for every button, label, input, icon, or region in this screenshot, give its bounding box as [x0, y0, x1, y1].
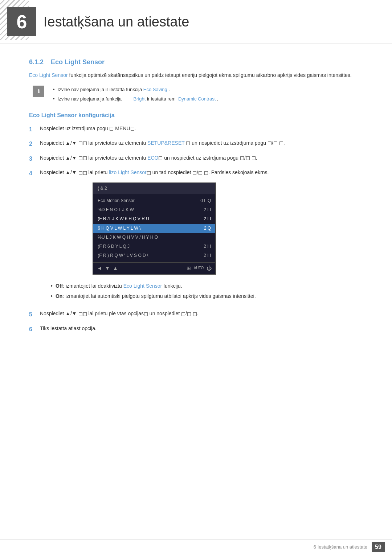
step-1: 1 Nospiediet uz izstrdjuma pogu MENU.: [29, 124, 363, 134]
off-bullet: Off: izmantojiet lai deaktiviztu Eco Lig…: [51, 282, 269, 290]
note-content: Izvlne nav pieejama ja ir iestatta funkc…: [49, 86, 218, 104]
on-bullet: On: izmantojiet lai automtiski pielgotu …: [51, 292, 269, 300]
page-footer: 6 Iestatķšana un atiestate 59: [0, 539, 392, 554]
step-6: 6 Tiks iestatta atlast opcija.: [29, 324, 363, 334]
footer-page-number: 59: [372, 542, 385, 552]
chapter-number: 6: [7, 7, 36, 36]
step-2: 2 Nospiediet ▲/▼ lai prvietotos uz eleme…: [29, 139, 363, 149]
monitor-title: { & 2: [93, 183, 215, 194]
intro-paragraph: Eco Light Sensor funkcija optimizē skatā…: [29, 71, 363, 79]
highlight-eco-light-sensor: Eco Light Sensor: [29, 72, 68, 78]
step-5: 5 Nospiediet ▲/▼ lai prietu pie vtas opc…: [29, 309, 363, 319]
chapter-title: Iestatķšana un atiestate: [44, 14, 189, 30]
monitor-row-7: (F R ) R Q W ' L V S O D \2 I I: [93, 251, 215, 260]
monitor-right-icons: ⊞ AUTO ⏻: [187, 264, 212, 272]
monitor-row-1: Eco Motion Sensor0 L Q: [93, 196, 215, 205]
note-icon: ℹ: [33, 86, 44, 97]
monitor-enter-icon: ⊞: [187, 264, 191, 272]
monitor-auto-label: AUTO: [194, 265, 204, 271]
monitor-screenshot: { & 2 Eco Motion Sensor0 L Q %D F N O L …: [40, 182, 269, 275]
step-3: 3 Nospiediet ▲/▼ lai prvietotos uz eleme…: [29, 154, 363, 164]
chapter-header: 6 Iestatķšana un atiestate: [0, 0, 392, 44]
section-heading: 6.1.2 Eco Light Sensor: [29, 58, 363, 66]
monitor-down-icon: ▼: [105, 264, 110, 272]
monitor-row-4: 6 H Q V L W L Y L W \2 Q: [93, 224, 215, 233]
monitor-left-icon: ◄: [97, 264, 102, 272]
sub-section-heading: Eco Light Sensor konfigurācija: [29, 112, 363, 119]
monitor-row-5: %U L J K W Q H V V / H Y H O: [93, 233, 215, 242]
step-4: 4 Nospiediet ▲/▼ lai prietu lizo Light S…: [29, 168, 363, 304]
off-on-bullets: Off: izmantojiet lai deaktiviztu Eco Lig…: [51, 282, 269, 300]
monitor-up-icon: ▲: [113, 264, 118, 272]
monitor-row-3: (F R /L J K W 6 H Q V R U2 I I: [93, 214, 215, 223]
monitor-row-6: (F R 6 D Y L Q J2 I I: [93, 242, 215, 251]
monitor-row-2: %D F N O L J K W2 I I: [93, 205, 215, 214]
monitor-power-icon: ⏻: [207, 264, 212, 272]
note-bullet-2: Izvlne nav pieejama ja funkcija Bright i…: [49, 95, 218, 103]
note-box: ℹ Izvlne nav pieejama ja ir iestatta fun…: [29, 86, 363, 104]
note-bullet-1: Izvlne nav pieejama ja ir iestatta funkc…: [49, 86, 218, 94]
footer-text: 6 Iestatķšana un atiestate: [314, 544, 367, 550]
monitor-menu: Eco Motion Sensor0 L Q %D F N O L J K W2…: [93, 194, 215, 262]
steps-list: 1 Nospiediet uz izstrdjuma pogu MENU. 2 …: [29, 124, 363, 334]
main-content: 6.1.2 Eco Light Sensor Eco Light Sensor …: [0, 58, 392, 370]
monitor-screen: { & 2 Eco Motion Sensor0 L Q %D F N O L …: [93, 182, 216, 275]
monitor-nav-icons: ◄ ▼ ▲: [97, 264, 118, 272]
monitor-bottom-bar: ◄ ▼ ▲ ⊞ AUTO ⏻: [93, 262, 215, 274]
